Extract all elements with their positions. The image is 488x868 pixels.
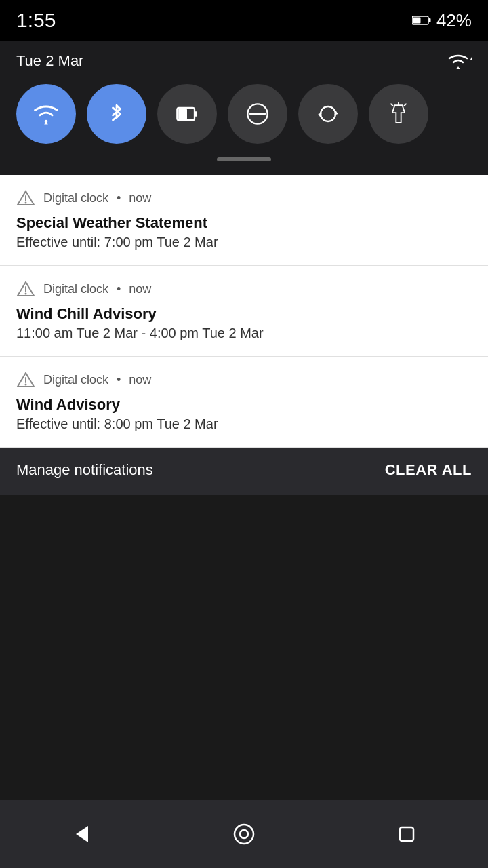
notif-header: Digital clock • now [16, 370, 472, 389]
notif-body: 11:00 am Tue 2 Mar - 4:00 pm Tue 2 Mar [16, 326, 472, 341]
status-bar: 1:55 42% [0, 0, 488, 41]
notif-header: Digital clock • now [16, 189, 472, 208]
svg-point-26 [240, 830, 248, 838]
notif-app-name: Digital clock [43, 373, 108, 387]
notification-card[interactable]: Digital clock • now Special Weather Stat… [0, 175, 488, 266]
warning-icon [16, 189, 35, 208]
notification-card[interactable]: Digital clock • now Wind Chill Advisory … [0, 266, 488, 357]
notif-separator: • [117, 282, 121, 296]
notif-header: Digital clock • now [16, 279, 472, 298]
svg-marker-3 [470, 57, 472, 60]
nav-bar [0, 800, 488, 868]
home-icon [232, 822, 256, 846]
qs-dnd-button[interactable] [228, 84, 287, 144]
svg-rect-27 [400, 827, 413, 841]
notif-title: Wind Chill Advisory [16, 305, 472, 323]
warning-icon [16, 370, 35, 389]
notif-separator: • [117, 373, 121, 387]
svg-rect-2 [413, 18, 420, 24]
back-button[interactable] [54, 807, 108, 861]
battery-icon [412, 15, 431, 26]
clear-all-button[interactable]: CLEAR ALL [385, 461, 472, 479]
svg-marker-24 [76, 826, 88, 842]
svg-point-17 [25, 202, 27, 204]
quick-settings-panel: Tue 2 Mar [0, 41, 488, 175]
notif-time: now [129, 191, 151, 205]
svg-point-25 [235, 825, 253, 844]
back-icon [69, 822, 94, 846]
qs-wifi-button[interactable] [16, 84, 76, 144]
status-time: 1:55 [16, 9, 56, 32]
notif-app-name: Digital clock [43, 282, 108, 296]
recents-icon [394, 822, 419, 846]
battery-percent: 42% [436, 10, 472, 31]
wifi-icon [445, 52, 472, 71]
notif-title: Wind Advisory [16, 396, 472, 414]
svg-point-20 [25, 293, 27, 295]
notif-app-name: Digital clock [43, 191, 108, 205]
svg-line-13 [404, 104, 406, 106]
notif-time: now [129, 282, 151, 296]
qs-date-text: Tue 2 Mar [16, 52, 83, 70]
recents-button[interactable] [380, 807, 434, 861]
notifications-list: Digital clock • now Special Weather Stat… [0, 175, 488, 448]
qs-bluetooth-button[interactable] [87, 84, 146, 144]
notif-body: Effective until: 8:00 pm Tue 2 Mar [16, 416, 472, 432]
svg-rect-1 [428, 18, 430, 22]
svg-line-14 [391, 104, 393, 106]
svg-rect-7 [178, 109, 187, 119]
warning-icon [16, 279, 35, 298]
svg-rect-6 [195, 111, 197, 116]
home-button[interactable] [217, 807, 271, 861]
qs-flashlight-button[interactable] [369, 84, 428, 144]
qs-handle [217, 157, 271, 161]
notif-separator: • [117, 191, 121, 205]
status-right: 42% [412, 10, 472, 31]
manage-notifications-link[interactable]: Manage notifications [16, 461, 153, 479]
quick-settings-buttons [16, 84, 472, 144]
qs-date-row: Tue 2 Mar [16, 52, 472, 71]
notif-time: now [129, 373, 151, 387]
qs-autorotate-button[interactable] [298, 84, 358, 144]
notif-body: Effective until: 7:00 pm Tue 2 Mar [16, 235, 472, 250]
bottom-bar: Manage notifications CLEAR ALL [0, 448, 488, 495]
svg-point-23 [25, 384, 27, 386]
qs-battery-button[interactable] [157, 84, 217, 144]
svg-point-4 [45, 120, 48, 123]
notif-title: Special Weather Statement [16, 214, 472, 232]
notification-card[interactable]: Digital clock • now Wind Advisory Effect… [0, 357, 488, 448]
